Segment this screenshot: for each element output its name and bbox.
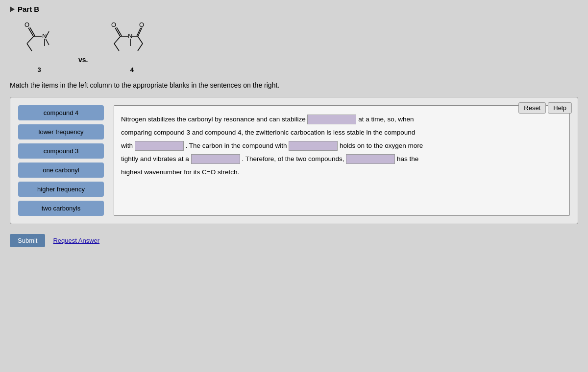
sentence-part2: at a time, so, when: [358, 116, 414, 123]
compound4-container: O O N 4: [107, 19, 156, 73]
svg-line-23: [138, 44, 143, 51]
part-label: Part B: [18, 5, 39, 13]
right-column: Nitrogen stabilizes the carbonyl by reso…: [114, 105, 570, 216]
drag-item-higher-frequency[interactable]: higher frequency: [18, 182, 104, 197]
double-bond-symbol: =: [207, 168, 211, 176]
reset-help-area: Reset Help: [518, 102, 572, 114]
sentence-part10: highest wavenumber for its C: [121, 168, 207, 176]
request-answer-button[interactable]: Request Answer: [53, 237, 99, 244]
blank-4[interactable]: [191, 154, 240, 164]
compounds-area: O N 3 vs. O: [20, 19, 578, 73]
svg-line-6: [46, 39, 49, 45]
svg-text:O: O: [139, 21, 144, 28]
sentence-part6: holds on to the oxygen more: [340, 142, 423, 149]
compound3-number: 3: [37, 66, 41, 73]
blank-5[interactable]: [346, 154, 395, 164]
instruction-text: Match the items in the left column to th…: [10, 81, 578, 89]
triangle-icon: [10, 6, 15, 12]
sentence-part8: . Therefore, of the two compounds,: [242, 155, 344, 163]
svg-line-21: [114, 44, 119, 51]
blank-2[interactable]: [135, 141, 184, 151]
sentence-part3: comparing compound 3 and compound 4, the…: [121, 129, 415, 136]
submit-button[interactable]: Submit: [10, 234, 45, 247]
drag-item-two-carbonyls[interactable]: two carbonyls: [18, 201, 104, 216]
compound3-structure: O N: [20, 19, 59, 63]
sentence-part4: with: [121, 142, 133, 149]
sentence-part5: . The carbon in the compound with: [186, 142, 287, 149]
help-button[interactable]: Help: [548, 102, 572, 114]
drag-item-lower-frequency[interactable]: lower frequency: [18, 124, 104, 140]
sentence-part7: tightly and vibrates at a: [121, 155, 189, 163]
sentence-part9: has the: [397, 155, 418, 163]
svg-line-8: [27, 36, 34, 44]
vs-label: vs.: [74, 56, 93, 64]
left-column: compound 4 lower frequency compound 3 on…: [18, 105, 104, 216]
svg-text:N: N: [42, 32, 47, 40]
svg-line-9: [27, 44, 32, 51]
sentence-part1: Nitrogen stabilizes the carbonyl by reso…: [121, 116, 306, 123]
compound4-structure: O O N: [107, 19, 156, 63]
drag-item-compound4[interactable]: compound 4: [18, 105, 104, 120]
bottom-area: Submit Request Answer: [10, 234, 578, 247]
drag-item-compound3[interactable]: compound 3: [18, 143, 104, 159]
blank-3[interactable]: [289, 141, 338, 151]
reset-button[interactable]: Reset: [518, 102, 546, 114]
sentence-part11: O stretch.: [211, 168, 240, 176]
compound3-container: O N 3: [20, 19, 59, 73]
part-header: Part B: [10, 5, 578, 13]
svg-text:N: N: [128, 32, 132, 40]
svg-text:O: O: [111, 21, 116, 28]
svg-text:O: O: [24, 21, 29, 28]
drag-item-one-carbonyl[interactable]: one carbonyl: [18, 163, 104, 178]
svg-line-22: [138, 36, 143, 44]
main-box: Reset Help compound 4 lower frequency co…: [10, 97, 578, 224]
compound4-number: 4: [130, 66, 134, 73]
svg-line-20: [114, 36, 121, 44]
blank-1[interactable]: [307, 115, 356, 124]
